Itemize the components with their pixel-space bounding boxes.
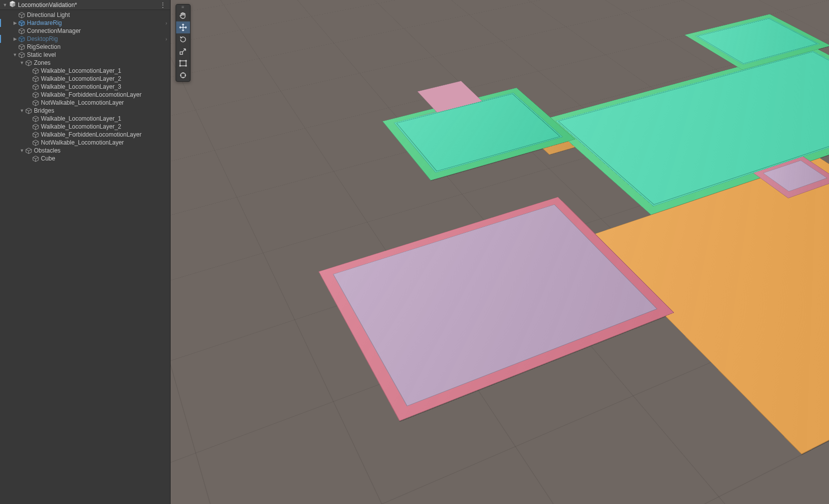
hierarchy-item-dirlight[interactable]: Directional Light bbox=[0, 11, 170, 19]
hierarchy-item-b2[interactable]: Walkable_LocomotionLayer_2 bbox=[0, 123, 170, 131]
gameobject-icon bbox=[25, 107, 32, 114]
hierarchy-item-bf[interactable]: Walkable_ForbiddenLocomotionLayer bbox=[0, 131, 170, 139]
gameobject-icon bbox=[18, 51, 25, 58]
foldout-icon[interactable] bbox=[12, 20, 18, 26]
gameobject-icon bbox=[18, 11, 25, 18]
svg-rect-41 bbox=[180, 52, 183, 54]
gameobject-icon bbox=[18, 35, 25, 42]
hierarchy-item-label: RigSelection bbox=[27, 43, 60, 50]
hierarchy-item-label: Walkable_LocomotionLayer_2 bbox=[41, 75, 121, 82]
hierarchy-item-label: HardwareRig bbox=[27, 19, 62, 26]
hierarchy-item-label: NotWalkable_LocomotionLayer bbox=[41, 139, 124, 146]
hierarchy-item-label: Walkable_ForbiddenLocomotionLayer bbox=[41, 131, 142, 138]
toolstrip-grip-icon[interactable]: ≡ bbox=[176, 4, 190, 9]
hierarchy-item-label: NotWalkable_LocomotionLayer bbox=[41, 99, 124, 106]
hand-tool[interactable] bbox=[176, 9, 190, 21]
hierarchy-item-hwrig[interactable]: HardwareRig› bbox=[0, 19, 170, 27]
scene-name[interactable]: LocomotionValidation* bbox=[18, 1, 158, 8]
hierarchy-item-b1[interactable]: Walkable_LocomotionLayer_1 bbox=[0, 115, 170, 123]
gameobject-icon bbox=[18, 19, 25, 26]
hierarchy-item-bridges[interactable]: Bridges bbox=[0, 107, 170, 115]
scene-toolstrip: ≡ bbox=[176, 4, 191, 82]
hierarchy-item-rigsel[interactable]: RigSelection bbox=[0, 43, 170, 51]
gameobject-icon bbox=[32, 115, 39, 122]
hierarchy-item-label: Cube bbox=[41, 155, 55, 162]
rect-tool[interactable] bbox=[176, 57, 190, 69]
hierarchy-item-connmgr[interactable]: ConnectionManager bbox=[0, 27, 170, 35]
gameobject-icon bbox=[32, 67, 39, 74]
gameobject-icon bbox=[25, 147, 32, 154]
hierarchy-item-label: ConnectionManager bbox=[27, 27, 81, 34]
gameobject-icon bbox=[18, 43, 25, 50]
hierarchy-item-label: Walkable_LocomotionLayer_2 bbox=[41, 123, 121, 130]
gameobject-icon bbox=[32, 155, 39, 162]
gameobject-icon bbox=[32, 75, 39, 82]
gameobject-icon bbox=[32, 131, 39, 138]
gameobject-icon bbox=[32, 99, 39, 106]
app-root: LocomotionValidation* ⋮ Directional Ligh… bbox=[0, 0, 829, 504]
gameobject-icon bbox=[32, 139, 39, 146]
gameobject-icon bbox=[32, 123, 39, 130]
hierarchy-item-obst[interactable]: Obstacles bbox=[0, 147, 170, 155]
hierarchy-item-label: Walkable_LocomotionLayer_1 bbox=[41, 67, 121, 74]
hierarchy-tree[interactable]: Directional Light HardwareRig› Connectio… bbox=[0, 10, 170, 504]
hierarchy-header[interactable]: LocomotionValidation* ⋮ bbox=[0, 0, 170, 10]
hierarchy-item-z3[interactable]: Walkable_LocomotionLayer_3 bbox=[0, 83, 170, 91]
hierarchy-item-zf[interactable]: Walkable_ForbiddenLocomotionLayer bbox=[0, 91, 170, 99]
hierarchy-item-label: Walkable_LocomotionLayer_3 bbox=[41, 83, 121, 90]
svg-rect-42 bbox=[180, 61, 186, 66]
open-prefab-icon[interactable]: › bbox=[166, 36, 167, 42]
svg-point-43 bbox=[180, 60, 181, 61]
hierarchy-item-label: Zones bbox=[34, 59, 50, 66]
hierarchy-item-label: Walkable_ForbiddenLocomotionLayer bbox=[41, 91, 142, 98]
scene-ground bbox=[171, 0, 829, 504]
foldout-icon[interactable] bbox=[19, 60, 25, 66]
foldout-icon[interactable] bbox=[19, 148, 25, 154]
unity-logo-icon bbox=[9, 0, 16, 9]
gameobject-icon bbox=[25, 59, 32, 66]
hierarchy-item-label: DesktopRig bbox=[27, 35, 58, 42]
move-tool[interactable] bbox=[176, 21, 190, 33]
hierarchy-item-label: Static level bbox=[27, 51, 56, 58]
open-prefab-icon[interactable]: › bbox=[166, 20, 167, 26]
hierarchy-item-desktop[interactable]: DesktopRig› bbox=[0, 35, 170, 43]
scene-3d-root bbox=[171, 0, 829, 504]
gameobject-icon bbox=[18, 27, 25, 34]
hierarchy-item-label: Walkable_LocomotionLayer_1 bbox=[41, 115, 121, 122]
hierarchy-item-z2[interactable]: Walkable_LocomotionLayer_2 bbox=[0, 75, 170, 83]
hierarchy-item-cube[interactable]: Cube bbox=[0, 155, 170, 163]
foldout-icon[interactable] bbox=[12, 52, 18, 58]
hierarchy-item-label: Obstacles bbox=[34, 147, 60, 154]
transform-tool[interactable] bbox=[176, 69, 190, 81]
hierarchy-item-z1[interactable]: Walkable_LocomotionLayer_1 bbox=[0, 67, 170, 75]
hierarchy-item-label: Directional Light bbox=[27, 11, 70, 18]
foldout-icon[interactable] bbox=[19, 108, 25, 114]
svg-point-44 bbox=[186, 60, 187, 61]
hierarchy-item-zn[interactable]: NotWalkable_LocomotionLayer bbox=[0, 99, 170, 107]
scale-tool[interactable] bbox=[176, 45, 190, 57]
gameobject-icon bbox=[32, 83, 39, 90]
gameobject-icon bbox=[32, 91, 39, 98]
rotate-tool[interactable] bbox=[176, 33, 190, 45]
panel-menu-icon[interactable]: ⋮ bbox=[158, 1, 168, 8]
svg-point-45 bbox=[180, 65, 181, 66]
scene-view[interactable]: ≡ bbox=[171, 0, 829, 504]
hierarchy-item-bn[interactable]: NotWalkable_LocomotionLayer bbox=[0, 139, 170, 147]
scene-foldout-icon[interactable] bbox=[2, 2, 8, 8]
hierarchy-item-zones[interactable]: Zones bbox=[0, 59, 170, 67]
foldout-icon[interactable] bbox=[12, 36, 18, 42]
svg-point-46 bbox=[186, 65, 187, 66]
hierarchy-panel: LocomotionValidation* ⋮ Directional Ligh… bbox=[0, 0, 171, 504]
hierarchy-item-label: Bridges bbox=[34, 107, 54, 114]
hierarchy-item-static[interactable]: Static level bbox=[0, 51, 170, 59]
